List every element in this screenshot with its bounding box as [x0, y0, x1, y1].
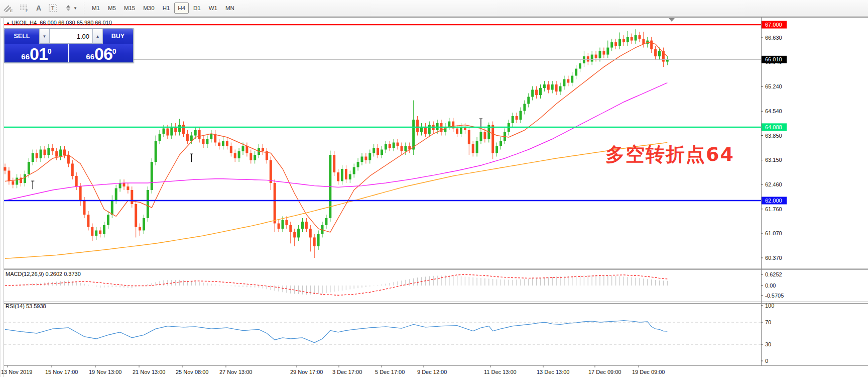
toolbar-separator — [82, 3, 86, 14]
timeframe-button-M1[interactable]: M1 — [88, 3, 103, 14]
time-tick-label: 13 Dec 13:00 — [537, 369, 569, 375]
price-tick-label: 61.070 — [765, 230, 782, 236]
svg-text:E: E — [10, 9, 13, 13]
chart-annotation-text: 多空转折点64 — [605, 142, 734, 167]
price-tick-label: 65.240 — [765, 83, 782, 89]
price-tick-label: 66.630 — [765, 35, 782, 41]
toolbar: E F A T ▼ — [0, 0, 868, 17]
time-tick-label: 29 Nov 17:00 — [290, 369, 323, 375]
sell-price-pip-digit: 0 — [48, 48, 52, 55]
text-label-icon: T — [48, 4, 58, 13]
sell-price-tile[interactable]: 66 01 0 — [5, 44, 68, 62]
timeframe-group: M1M5M15M30H1H4D1W1MN — [88, 3, 238, 14]
time-tick-label: 11 Dec 13:00 — [484, 369, 517, 375]
svg-text:66.010: 66.010 — [765, 56, 782, 62]
price-tick-label: 64.540 — [765, 108, 782, 114]
sell-price-big-digits: 01 — [30, 47, 48, 62]
timeframe-button-D1[interactable]: D1 — [190, 3, 204, 14]
chevron-down-icon[interactable]: ▼ — [73, 6, 77, 11]
timeframe-button-M5[interactable]: M5 — [104, 3, 119, 14]
buy-button[interactable]: BUY — [103, 29, 133, 44]
svg-text:T: T — [51, 6, 54, 11]
timeframe-button-M30[interactable]: M30 — [140, 3, 158, 14]
time-tick-label: 27 Nov 13:00 — [219, 369, 252, 375]
one-click-trading-panel: SELL ▼ ▲ BUY 66 01 0 66 06 0 — [4, 28, 134, 63]
price-tick-label: 63.850 — [765, 133, 782, 139]
rsi-indicator-label: RSI(14) 53.5938 — [6, 303, 46, 309]
time-tick-label: 5 Dec 17:00 — [375, 369, 405, 375]
buy-price-big-digits: 06 — [94, 47, 112, 62]
symbol-ohlc-text: UKOIL,H4 66.000 66.030 65.980 66.010 — [12, 20, 112, 26]
buy-price-tile[interactable]: 66 06 0 — [69, 44, 133, 62]
volume-increase-button[interactable]: ▲ — [92, 29, 103, 44]
time-tick-label: 25 Nov 08:00 — [176, 369, 208, 375]
fibonacci-tool-button[interactable]: F — [17, 2, 32, 14]
volume-input[interactable] — [50, 29, 92, 44]
timeframe-button-MN[interactable]: MN — [222, 3, 238, 14]
price-tick-label: 60.370 — [765, 255, 782, 261]
text-tool-icon: A — [36, 4, 41, 12]
rsi-tick-label: 0 — [765, 358, 768, 364]
equidistant-channel-icon: E — [3, 4, 13, 13]
mt4-window: { "toolbar": { "tools": [ { "name": "equ… — [0, 0, 868, 377]
volume-decrease-button[interactable]: ▼ — [39, 29, 50, 44]
timeframe-button-W1[interactable]: W1 — [205, 3, 221, 14]
svg-text:67.000: 67.000 — [765, 22, 782, 28]
timeframe-button-H4[interactable]: H4 — [174, 3, 189, 14]
time-tick-label: 3 Dec 17:00 — [332, 369, 362, 375]
price-tick-label: 62.460 — [765, 181, 782, 187]
time-tick-label: 21 Nov 13:00 — [133, 369, 165, 375]
macd-tick-label: -0.5705 — [765, 293, 784, 299]
time-tick-label: 19 Nov 13:00 — [89, 369, 121, 375]
chart-symbol-header: ▲ UKOIL,H4 66.000 66.030 65.980 66.010 — [6, 20, 112, 26]
buy-price-prefix: 66 — [86, 53, 94, 60]
sell-price-prefix: 66 — [21, 53, 30, 60]
price-tick-label: 63.150 — [765, 157, 782, 163]
time-tick-label: 13 Nov 2019 — [1, 369, 32, 375]
svg-text:62.000: 62.000 — [765, 198, 782, 204]
arrow-objects-tool-button[interactable]: ▼ — [62, 2, 80, 14]
text-tool-button[interactable]: A — [33, 2, 45, 14]
price-tick-label: 61.760 — [765, 206, 782, 212]
rsi-tick-label: 70 — [765, 319, 771, 325]
macd-tick-label: 0.00 — [765, 282, 776, 289]
rsi-tick-label: 100 — [765, 303, 774, 309]
svg-text:64.088: 64.088 — [765, 124, 782, 130]
rsi-tick-label: 30 — [765, 341, 771, 347]
macd-tick-label: 0.6252 — [765, 271, 782, 277]
svg-text:F: F — [26, 9, 28, 13]
macd-indicator-label: MACD(12,26,9) 0.2602 0.3730 — [6, 271, 81, 277]
direction-up-icon: ▲ — [6, 21, 10, 25]
timeframe-button-M15[interactable]: M15 — [120, 3, 139, 14]
equidistant-channel-tool-button[interactable]: E — [1, 2, 16, 14]
text-label-tool-button[interactable]: T — [46, 2, 61, 14]
buy-price-pip-digit: 0 — [112, 48, 116, 55]
time-tick-label: 19 Dec 09:00 — [632, 369, 665, 375]
time-tick-label: 9 Dec 12:00 — [417, 369, 447, 375]
time-tick-label: 15 Nov 17:00 — [45, 369, 78, 375]
timeframe-button-H1[interactable]: H1 — [159, 3, 174, 14]
arrow-objects-icon — [64, 4, 72, 12]
time-tick-label: 17 Dec 09:00 — [588, 369, 621, 375]
fibonacci-icon: F — [19, 4, 29, 13]
sell-button[interactable]: SELL — [5, 29, 39, 44]
